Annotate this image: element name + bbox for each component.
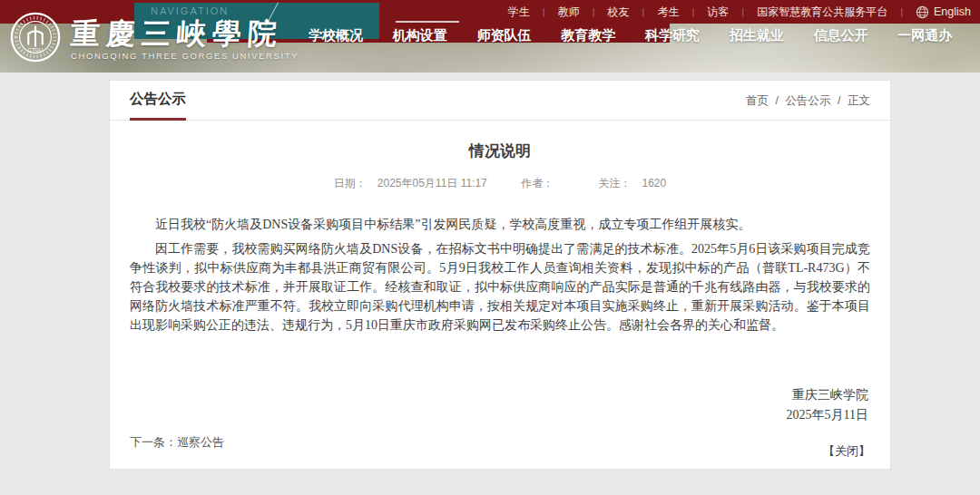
close-button[interactable]: 【关闭】 [823,443,870,460]
main-navigation: 学校概况 机构设置 师资队伍 教育教学 科学研究 招生就业 信息公开 一网通办 … [309,27,980,44]
nav-item-organizations[interactable]: 机构设置 [393,27,447,44]
section-header: 公告公示 首页 / 公告公示 / 正文 [110,81,890,121]
article-body: 近日我校“防火墙及DNS设备采购项目中标结果”引发网民质疑，学校高度重视，成立专… [110,215,890,335]
next-article-label: 下一条： [130,435,177,449]
article-footer: 下一条：巡察公告 【关闭】 [110,434,890,460]
signature-date: 2025年5月11日 [110,405,868,425]
svg-text:CTGU: CTGU [28,47,43,53]
globe-icon [916,5,929,19]
breadcrumb-current: 正文 [848,94,870,107]
nav-active-indicator [396,21,459,23]
separator: | [900,6,903,17]
meta-date-label: 日期： [334,177,367,189]
nav-item-research[interactable]: 科学研究 [645,27,700,44]
separator: | [543,6,545,17]
meta-author-label: 作者： [521,177,554,189]
content-card: 公告公示 首页 / 公告公示 / 正文 情况说明 日期：2025年05月11日 … [109,80,891,470]
university-name-zh: 重慶三峽學院 [70,18,299,49]
separator: | [642,6,645,17]
next-article: 下一条：巡察公告 [130,434,224,451]
topbar-link-students[interactable]: 学生 [508,5,530,20]
separator: | [741,6,744,17]
article-signature: 重庆三峡学院 2025年5月11日 [110,385,890,425]
separator: | [593,6,595,17]
topbar-link-visitors[interactable]: 访客 [707,5,729,20]
meta-date-value: 2025年05月11日 11:17 [377,177,487,189]
signature-name: 重庆三峡学院 [110,385,868,405]
section-title-text: 公告公示 [130,91,186,106]
breadcrumb-home[interactable]: 首页 [746,94,769,107]
nav-item-education[interactable]: 教育教学 [561,27,615,44]
nav-item-faculty[interactable]: 师资队伍 [477,27,532,44]
topbar-link-candidates[interactable]: 考生 [657,5,679,20]
breadcrumb-announcements[interactable]: 公告公示 [786,94,831,107]
nav-item-school-overview[interactable]: 学校概况 [309,27,363,44]
topbar-links: 学生 | 教师 | 校友 | 考生 | 访客 | 国家智慧教育公共服务平台 | … [508,0,971,24]
language-label: English [934,5,971,18]
breadcrumb: 首页 / 公告公示 / 正文 [746,93,870,120]
breadcrumb-separator: / [838,94,840,107]
next-article-link[interactable]: 巡察公告 [177,435,224,449]
topbar-link-faculty[interactable]: 教师 [558,5,580,20]
meta-views-label: 关注： [598,177,631,189]
nav-item-online-services[interactable]: 一网通办 [897,27,952,44]
university-name-en: CHONGQING THREE GORGES UNIVERSITY [71,51,299,61]
article-paragraph: 近日我校“防火墙及DNS设备采购项目中标结果”引发网民质疑，学校高度重视，成立专… [130,215,870,234]
separator: | [691,6,694,17]
article-paragraph: 因工作需要，我校需购买网络防火墙及DNS设备，在招标文书中明确提出了需满足的技术… [130,239,870,335]
meta-views-value: 1620 [642,177,666,189]
section-title-underline [130,118,186,121]
university-seal-icon: CTGU [9,11,62,63]
topbar-link-smart-education-platform[interactable]: 国家智慧教育公共服务平台 [757,5,887,20]
section-title: 公告公示 [130,90,186,120]
article-meta: 日期：2025年05月11日 11:17 作者： 关注：1620 [110,176,890,191]
article-title: 情况说明 [110,141,890,161]
site-header: NAVIGATION 学生 | 教师 | 校友 | 考生 | 访客 | 国家智慧… [0,0,980,73]
breadcrumb-separator: / [776,94,779,107]
language-switch[interactable]: English [916,5,971,19]
topbar-link-alumni[interactable]: 校友 [608,5,630,20]
nav-item-info-disclosure[interactable]: 信息公开 [814,27,868,44]
university-logo[interactable]: CTGU 重慶三峽學院 CHONGQING THREE GORGES UNIVE… [9,11,299,63]
nav-item-admissions[interactable]: 招生就业 [730,27,784,44]
